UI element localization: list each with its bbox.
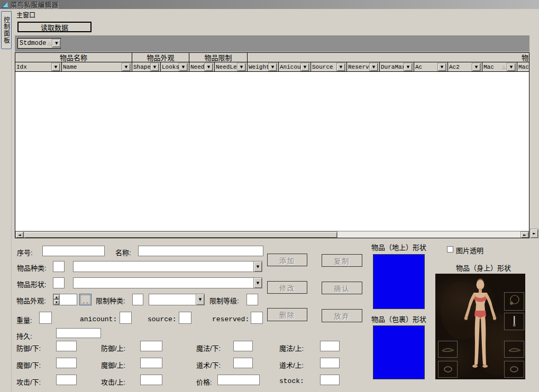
- column-filter-dropdown-button[interactable]: ▼: [237, 63, 246, 71]
- body-shape-label: 物品（身上）形状: [456, 263, 511, 273]
- bracelet-right-slot[interactable]: [504, 341, 524, 358]
- taoism-low-label: 道术/下:: [196, 360, 221, 370]
- taoism-high-input[interactable]: [320, 358, 340, 368]
- column-header-source[interactable]: Source▼: [311, 62, 347, 72]
- column-header-mac[interactable]: Mac△▼: [482, 62, 517, 72]
- spin-down-button[interactable]: ▼: [53, 300, 60, 305]
- magic-low-input[interactable]: [233, 341, 253, 351]
- price-input[interactable]: [217, 375, 260, 385]
- column-filter-dropdown-button[interactable]: ▼: [437, 63, 446, 71]
- item-type-combobox[interactable]: ▼: [73, 261, 262, 272]
- group-header[interactable]: 物品外观: [132, 53, 189, 62]
- scroll-right-button[interactable]: ►: [520, 231, 529, 238]
- ring-left-slot[interactable]: [438, 361, 458, 378]
- source-input[interactable]: [179, 312, 191, 324]
- defense-low-input[interactable]: [56, 341, 77, 351]
- restrict-level-input[interactable]: [246, 294, 258, 305]
- control-panel-tab[interactable]: 控制面板: [1, 11, 12, 49]
- column-header-weight[interactable]: Weight▼: [248, 62, 279, 72]
- column-filter-dropdown-button[interactable]: ▼: [472, 63, 481, 71]
- column-header-anicoun[interactable]: Anicoun▼: [279, 62, 311, 72]
- image-transparent-checkbox[interactable]: [447, 246, 453, 253]
- column-header-mac2[interactable]: Mac2▼: [517, 62, 529, 72]
- item-type-code-input[interactable]: [53, 261, 65, 272]
- mdefense-high-label: 魔御/上:: [101, 360, 125, 370]
- column-filter-dropdown-button[interactable]: ▼: [150, 63, 159, 71]
- ring-right-slot[interactable]: [504, 361, 524, 378]
- column-filter-dropdown-button[interactable]: ▼: [369, 63, 378, 71]
- item-type-combo-arrow[interactable]: ▼: [253, 262, 262, 272]
- anicount-input[interactable]: [120, 312, 132, 324]
- group-by-stdmode-button[interactable]: Stdmode △ ▼: [17, 38, 61, 49]
- serial-input[interactable]: [42, 246, 105, 256]
- group-header[interactable]: 物品限制: [189, 53, 248, 62]
- attack-low-label: 攻击/下:: [16, 377, 41, 387]
- magic-high-input[interactable]: [320, 341, 340, 351]
- column-filter-dropdown-button[interactable]: ▼: [51, 63, 60, 71]
- browse-looks-button[interactable]: ..: [79, 294, 92, 305]
- magic-high-label: 魔法/上:: [279, 343, 304, 353]
- confirm-button[interactable]: 确认: [322, 282, 362, 294]
- modify-button[interactable]: 修改: [267, 281, 307, 294]
- delete-button[interactable]: 删除: [267, 308, 307, 321]
- weight-input[interactable]: [39, 312, 52, 324]
- column-filter-dropdown-button[interactable]: ▼: [204, 63, 213, 71]
- attack-high-input[interactable]: [140, 375, 162, 385]
- column-filter-dropdown-button[interactable]: ▼: [179, 63, 188, 71]
- column-header-duramax[interactable]: DuraMax▼: [380, 62, 414, 72]
- scrollbar-thumb[interactable]: [24, 231, 337, 238]
- grid-body-empty[interactable]: [15, 72, 529, 231]
- column-header-name[interactable]: Name▼: [62, 62, 132, 72]
- column-filter-dropdown-button[interactable]: ▼: [300, 63, 309, 71]
- column-filter-dropdown-button[interactable]: ▼: [507, 63, 516, 71]
- bracelet-left-slot[interactable]: [438, 341, 458, 358]
- item-shape-combo-arrow[interactable]: ▼: [253, 278, 262, 288]
- column-header-ac[interactable]: Ac▼: [414, 62, 448, 72]
- body-shape-preview: [435, 274, 525, 379]
- column-title: DuraMax: [381, 64, 404, 70]
- column-header-ac2[interactable]: Ac2▼: [448, 62, 482, 72]
- group-header[interactable]: 物品名称: [15, 53, 132, 62]
- app-window: 菜鸟私服编辑器 控制面板 主窗口 读取数据 Stdmode △ ▼ 物品名称物品…: [0, 0, 539, 392]
- column-header-looks[interactable]: Looks▼: [161, 62, 189, 72]
- restrict-type-code-input[interactable]: [132, 294, 143, 305]
- attack-low-input[interactable]: [56, 375, 77, 385]
- potion-slot[interactable]: [504, 313, 524, 330]
- defense-low-label: 防御/下:: [16, 343, 41, 353]
- column-header-need[interactable]: Need▼: [189, 62, 215, 72]
- durability-input[interactable]: [56, 328, 101, 338]
- mdefense-high-input[interactable]: [140, 358, 162, 368]
- scrollbar-track[interactable]: [337, 231, 520, 238]
- reserved-input[interactable]: [251, 312, 263, 324]
- name-input[interactable]: [138, 246, 263, 256]
- group-by-dropdown-button[interactable]: ▼: [52, 39, 61, 48]
- defense-high-input[interactable]: [140, 341, 162, 351]
- column-filter-dropdown-button[interactable]: ▼: [268, 63, 277, 71]
- necklace-slot[interactable]: [504, 292, 524, 311]
- spin-up-button[interactable]: ▲: [53, 294, 60, 300]
- column-header-shape[interactable]: Shape▼: [132, 62, 161, 72]
- column-header-needlev[interactable]: NeedLev▼: [215, 62, 248, 72]
- outer-scroll-right-button[interactable]: ►: [530, 229, 538, 238]
- item-looks-spinner[interactable]: ▲ ▼: [53, 294, 77, 305]
- column-header-idx[interactable]: Idx▼: [15, 62, 62, 72]
- stock-input[interactable]: [320, 375, 340, 385]
- taoism-low-input[interactable]: [233, 358, 253, 368]
- load-data-button[interactable]: 读取数据: [17, 22, 92, 32]
- column-filter-dropdown-button[interactable]: ▼: [122, 63, 131, 71]
- restrict-type-combobox[interactable]: ▼: [149, 294, 205, 305]
- copy-button[interactable]: 复制: [322, 254, 362, 267]
- scroll-left-button[interactable]: ◄: [15, 231, 24, 238]
- column-filter-dropdown-button[interactable]: ▼: [336, 63, 345, 71]
- title-bar[interactable]: 菜鸟私服编辑器: [0, 0, 539, 9]
- item-shape-code-input[interactable]: [53, 277, 65, 288]
- menu-item-main-window[interactable]: 主窗口: [12, 10, 40, 20]
- restrict-type-combo-arrow[interactable]: ▼: [196, 294, 204, 305]
- column-filter-dropdown-button[interactable]: ▼: [404, 63, 413, 71]
- add-button[interactable]: 添加: [267, 254, 307, 266]
- mdefense-low-input[interactable]: [56, 358, 77, 368]
- discard-button[interactable]: 放弃: [322, 309, 362, 322]
- item-shape-combobox[interactable]: ▼: [73, 277, 262, 288]
- group-header[interactable]: 物品属性: [248, 53, 529, 62]
- column-header-reserve[interactable]: Reserve▼: [347, 62, 380, 72]
